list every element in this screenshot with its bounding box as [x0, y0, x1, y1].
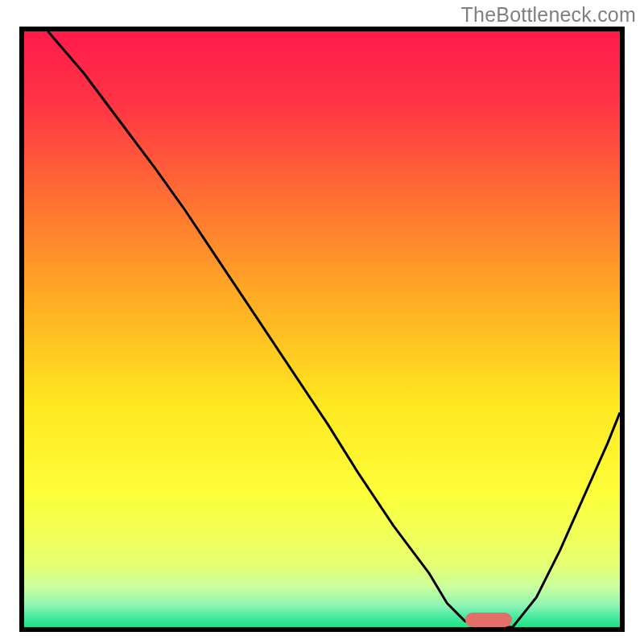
chart-stage: { "watermark": "TheBottleneck.com", "plo… [0, 0, 644, 644]
optimum-marker [465, 613, 512, 627]
plot-border [19, 27, 625, 632]
